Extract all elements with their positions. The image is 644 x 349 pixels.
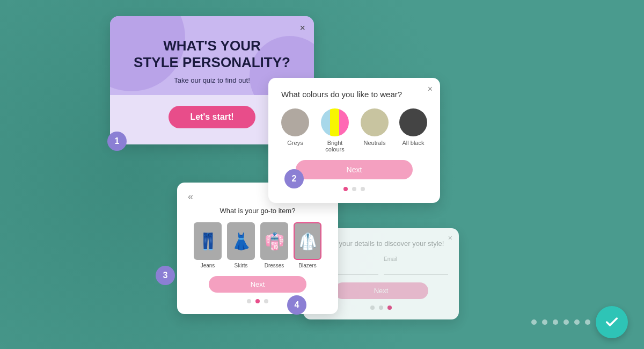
color-options-container: Greys Bright colours Neutrals All black [281, 108, 427, 152]
bottom-progress-dots [531, 319, 590, 325]
skirts-label: Skirts [235, 263, 248, 268]
email-field-label: Email [384, 256, 448, 262]
color-option-grey[interactable]: Greys [281, 108, 309, 152]
color-option-black[interactable]: All black [399, 108, 427, 152]
card3-dot-1 [247, 299, 251, 303]
black-color-circle [399, 108, 427, 136]
clothing-dresses[interactable]: 👘 Dresses [260, 222, 288, 268]
blazers-label: Blazers [298, 263, 316, 268]
card4-dot-1 [370, 306, 375, 310]
step-badge-3: 3 [156, 266, 175, 285]
neutral-label: Neutrals [364, 140, 386, 146]
skirts-image: 👗 [227, 222, 255, 260]
black-label: All black [402, 140, 425, 146]
card1-title: WHAT'S YOUR STYLE PERSONALITY? [126, 38, 298, 71]
card4-next-button[interactable]: Next [334, 282, 428, 299]
card2-progress-dots [281, 187, 427, 191]
card4-dot-3 [387, 306, 392, 310]
card3-progress-dots [188, 299, 327, 303]
step-badge-1: 1 [107, 132, 127, 151]
progress-dot-2 [542, 319, 547, 325]
progress-dot-1 [531, 319, 537, 325]
card1-close-button[interactable]: × [299, 23, 305, 34]
card3-next-button[interactable]: Next [209, 276, 306, 293]
card2-close-button[interactable]: × [428, 84, 433, 94]
lets-start-button[interactable]: Let's start! [169, 106, 255, 128]
step-badge-2: 2 [284, 169, 304, 188]
card2-next-button[interactable]: Next [296, 160, 413, 179]
neutral-color-circle [361, 108, 389, 136]
email-input[interactable] [384, 264, 448, 275]
color-option-neutral[interactable]: Neutrals [361, 108, 389, 152]
step-badge-4: 4 [287, 295, 306, 315]
grey-label: Greys [287, 140, 303, 146]
progress-dot-5 [574, 319, 580, 325]
grey-color-circle [281, 108, 309, 136]
card2-dot-1 [343, 187, 348, 191]
clothing-options-container: 👖 Jeans 👗 Skirts 👘 Dresses 🥼 Blazers [188, 222, 327, 268]
progress-dot-6 [585, 319, 590, 325]
jeans-image: 👖 [194, 222, 222, 260]
dresses-label: Dresses [265, 263, 284, 268]
blazers-image: 🥼 [294, 222, 321, 260]
card2-dot-2 [352, 187, 356, 191]
jeans-label: Jeans [201, 263, 215, 268]
progress-dot-3 [553, 319, 558, 325]
clothing-jeans[interactable]: 👖 Jeans [194, 222, 222, 268]
card2-dot-3 [361, 187, 365, 191]
completion-check-badge [596, 306, 628, 338]
card3-title: What is your go-to item? [188, 207, 327, 215]
card3-dot-2 [255, 299, 260, 303]
clothing-skirts[interactable]: 👗 Skirts [227, 222, 255, 268]
check-icon [604, 315, 619, 330]
clothing-blazers[interactable]: 🥼 Blazers [294, 222, 321, 268]
card2-title: What colours do you like to wear? [281, 90, 427, 99]
bright-color-circle [321, 108, 349, 136]
card4-dot-2 [379, 306, 383, 310]
card4-email-field: Email [384, 256, 448, 275]
bright-label: Bright colours [320, 140, 350, 152]
card3-dot-3 [264, 299, 268, 303]
progress-dot-4 [564, 319, 569, 325]
color-option-bright[interactable]: Bright colours [320, 108, 350, 152]
card4-close-button[interactable]: × [448, 234, 452, 242]
dresses-image: 👘 [260, 222, 288, 260]
